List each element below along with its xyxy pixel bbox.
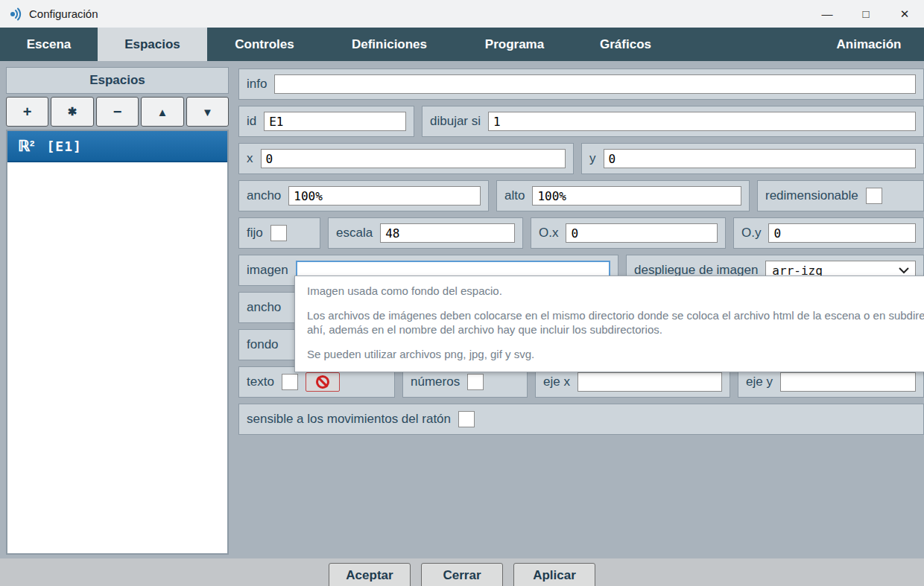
tooltip-line: ahí, además en el nombre del archivo hay… bbox=[307, 322, 924, 337]
x-group: x bbox=[238, 143, 574, 174]
fijo-checkbox[interactable] bbox=[270, 225, 287, 241]
tab-bar: Escena Espacios Controles Definiciones P… bbox=[0, 28, 924, 61]
sensible-label: sensible a los movimientos del ratón bbox=[247, 412, 451, 427]
tab-escena[interactable]: Escena bbox=[0, 28, 98, 61]
eje-x-input[interactable] bbox=[578, 372, 722, 392]
texto-color-button[interactable] bbox=[306, 372, 340, 392]
minimize-button[interactable]: — bbox=[808, 0, 847, 28]
y-label: y bbox=[589, 151, 596, 166]
tab-animacion[interactable]: Animación bbox=[814, 28, 924, 61]
id-group: id bbox=[238, 106, 414, 137]
titlebar: Configuración — □ ✕ bbox=[0, 0, 924, 28]
row-id: id dibujar si bbox=[238, 106, 924, 137]
row-size: ancho alto redimensionable bbox=[238, 180, 924, 211]
oy-label: O.y bbox=[741, 226, 761, 241]
dibujar-si-group: dibujar si bbox=[422, 106, 924, 137]
escala-group: escala bbox=[328, 217, 523, 249]
tooltip-line: Los archivos de imágenes deben colocarse… bbox=[307, 308, 924, 322]
tooltip-gap bbox=[307, 298, 924, 308]
info-group: info bbox=[238, 69, 924, 100]
list-item-e1[interactable]: ℝ² [E1] bbox=[7, 131, 227, 162]
dibujar-si-input[interactable] bbox=[488, 112, 916, 131]
texto-label: texto bbox=[247, 375, 274, 389]
ox-label: O.x bbox=[539, 226, 558, 241]
footer-bar: Aceptar Cerrar Aplicar bbox=[0, 558, 924, 586]
maximize-button[interactable]: □ bbox=[847, 0, 885, 28]
tab-espacios[interactable]: Espacios bbox=[98, 28, 207, 61]
eje-x-label: eje x bbox=[543, 375, 570, 389]
y-group: y bbox=[581, 143, 924, 174]
redimensionable-group: redimensionable bbox=[757, 180, 924, 211]
sensible-group: sensible a los movimientos del ratón bbox=[238, 404, 924, 435]
espacios-toolbar: + ✱ − ▲ ▼ bbox=[6, 97, 229, 127]
ox-input[interactable] bbox=[566, 223, 718, 243]
eje-y-input[interactable] bbox=[780, 372, 916, 392]
row-scale: fijo escala O.x O.y bbox=[238, 217, 924, 249]
tooltip-line: Imagen usada como fondo del espacio. bbox=[307, 284, 924, 298]
fijo-group: fijo bbox=[238, 217, 320, 249]
imagen-tooltip: Imagen usada como fondo del espacio. Los… bbox=[294, 276, 924, 372]
tooltip-gap bbox=[307, 337, 924, 347]
fondo-label: fondo bbox=[247, 337, 279, 352]
aplicar-button[interactable]: Aplicar bbox=[513, 563, 595, 586]
row-xy: x y bbox=[238, 143, 924, 174]
move-up-button[interactable]: ▲ bbox=[141, 97, 183, 127]
imagen-label: imagen bbox=[247, 263, 288, 278]
id-label: id bbox=[247, 114, 256, 129]
configuracion-window: Configuración — □ ✕ Escena Espacios Cont… bbox=[0, 0, 924, 586]
row-sensible: sensible a los movimientos del ratón bbox=[238, 404, 924, 435]
tab-definiciones[interactable]: Definiciones bbox=[322, 28, 457, 61]
move-down-button[interactable]: ▼ bbox=[186, 97, 229, 127]
texto-checkbox[interactable] bbox=[282, 374, 298, 390]
fijo-label: fijo bbox=[247, 226, 263, 241]
x-label: x bbox=[247, 151, 253, 166]
info-input[interactable] bbox=[274, 74, 916, 94]
ox-group: O.x bbox=[531, 217, 726, 249]
no-color-icon bbox=[316, 375, 329, 389]
row-info: info bbox=[238, 69, 924, 100]
ancho-input[interactable] bbox=[288, 186, 481, 206]
app-icon bbox=[7, 7, 22, 22]
alto-input[interactable] bbox=[532, 186, 741, 206]
eje-y-label: eje y bbox=[746, 375, 773, 389]
escala-label: escala bbox=[336, 226, 373, 241]
tab-programa[interactable]: Programa bbox=[457, 28, 572, 61]
x-input[interactable] bbox=[261, 149, 566, 168]
sensible-checkbox[interactable] bbox=[458, 411, 475, 427]
numeros-label: números bbox=[411, 375, 460, 389]
info-label: info bbox=[247, 77, 267, 92]
duplicate-espacio-button[interactable]: ✱ bbox=[51, 97, 93, 127]
espacios-list: ℝ² [E1] bbox=[6, 130, 229, 555]
espacios-panel-title: Espacios bbox=[6, 67, 229, 94]
list-item-label: [E1] bbox=[47, 138, 82, 154]
y-input[interactable] bbox=[604, 149, 917, 168]
escala-input[interactable] bbox=[380, 223, 515, 243]
redimensionable-checkbox[interactable] bbox=[866, 188, 882, 204]
add-espacio-button[interactable]: + bbox=[6, 97, 48, 127]
ancho-label: ancho bbox=[247, 188, 281, 203]
oy-input[interactable] bbox=[768, 223, 916, 243]
ancho-group: ancho bbox=[238, 180, 489, 211]
id-input[interactable] bbox=[264, 112, 406, 131]
tooltip-line: Se pueden utilizar archivos png, jpg, gi… bbox=[307, 347, 924, 361]
aceptar-button[interactable]: Aceptar bbox=[329, 563, 411, 586]
tab-graficos[interactable]: Gráficos bbox=[572, 28, 679, 61]
numeros-checkbox[interactable] bbox=[467, 374, 484, 390]
remove-espacio-button[interactable]: − bbox=[96, 97, 139, 127]
window-controls: — □ ✕ bbox=[808, 0, 924, 28]
r2-space-icon: ℝ² bbox=[18, 137, 35, 155]
cerrar-button[interactable]: Cerrar bbox=[421, 563, 503, 586]
chevron-down-icon bbox=[899, 267, 909, 274]
dibujar-si-label: dibujar si bbox=[430, 114, 481, 129]
redimensionable-label: redimensionable bbox=[765, 188, 858, 203]
espacios-panel: Espacios + ✱ − ▲ ▼ ℝ² [E1] bbox=[6, 67, 229, 555]
ancho-2-label: ancho bbox=[247, 300, 281, 315]
espacio-form: info id dibujar si x y bbox=[238, 69, 924, 441]
tab-controles[interactable]: Controles bbox=[207, 28, 322, 61]
oy-group: O.y bbox=[733, 217, 924, 249]
alto-label: alto bbox=[504, 188, 525, 203]
alto-group: alto bbox=[496, 180, 750, 211]
window-title: Configuración bbox=[29, 7, 98, 20]
close-button[interactable]: ✕ bbox=[885, 0, 924, 28]
tab-spacer bbox=[679, 28, 814, 61]
